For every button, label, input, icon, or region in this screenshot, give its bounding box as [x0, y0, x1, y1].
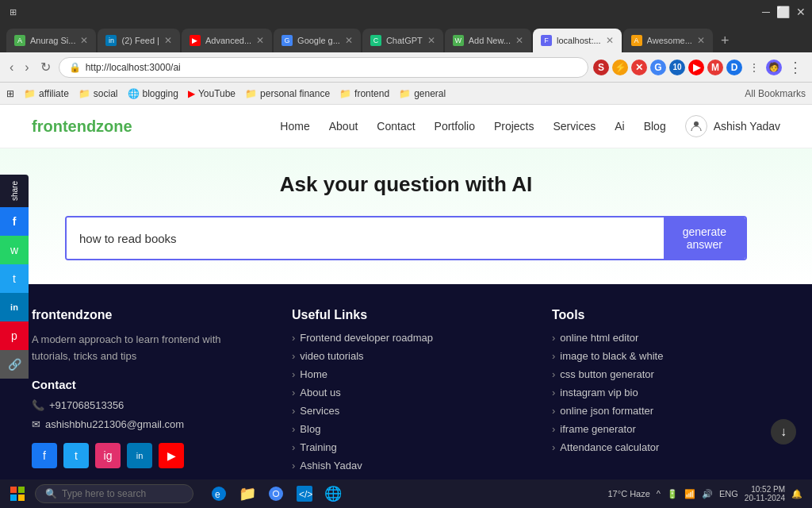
- extension-7[interactable]: D: [726, 60, 742, 75]
- ai-page-title: Ask your question with AI: [32, 172, 780, 197]
- footer-tool-json[interactable]: online json formatter: [552, 405, 780, 417]
- minimize-button[interactable]: ─: [762, 6, 770, 18]
- tab-7[interactable]: F localhost:... ✕: [533, 29, 622, 52]
- share-pinterest-btn[interactable]: p: [0, 321, 29, 350]
- bookmark-blogging[interactable]: 🌐 blogging: [128, 88, 178, 99]
- footer-link-services[interactable]: Services: [292, 405, 520, 417]
- tab-4[interactable]: G Google g... ✕: [274, 29, 361, 52]
- tab-8[interactable]: A Awesome... ✕: [623, 29, 713, 52]
- bookmark-social[interactable]: 📁 social: [79, 88, 118, 99]
- profile-icon[interactable]: S: [593, 60, 609, 75]
- tab-1[interactable]: A Anurag Si... ✕: [6, 29, 96, 52]
- footer-tool-html[interactable]: online html editor: [552, 332, 780, 344]
- taskbar-search-bar[interactable]: 🔍: [35, 484, 193, 503]
- maximize-button[interactable]: ⬜: [776, 6, 790, 18]
- tab-3[interactable]: ▶ Advanced... ✕: [182, 29, 272, 52]
- footer-link-video[interactable]: video tutorials: [292, 350, 520, 362]
- tab-6[interactable]: W Add New... ✕: [445, 29, 531, 52]
- footer-link-roadmap[interactable]: Frontend developer roadmap: [292, 332, 520, 344]
- share-link-btn[interactable]: 🔗: [0, 350, 29, 379]
- menu-button[interactable]: ⋮: [785, 56, 806, 79]
- tab-close-6[interactable]: ✕: [515, 35, 523, 46]
- new-tab-button[interactable]: +: [714, 33, 736, 49]
- nav-projects[interactable]: Projects: [494, 120, 534, 133]
- extension-4[interactable]: 10: [669, 60, 685, 75]
- extension-2[interactable]: ✕: [631, 60, 647, 75]
- footer-link-home[interactable]: Home: [292, 368, 520, 380]
- bookmark-apps[interactable]: ⊞: [6, 88, 14, 99]
- nav-about[interactable]: About: [329, 120, 358, 133]
- back-button[interactable]: ‹: [6, 57, 17, 78]
- scroll-down-btn[interactable]: ↓: [771, 419, 796, 444]
- extension-5[interactable]: ▶: [688, 60, 704, 75]
- share-twitter-btn[interactable]: t: [0, 264, 29, 293]
- nav-ai[interactable]: Ai: [615, 120, 624, 133]
- taskbar-browser-icon[interactable]: 🌐: [320, 481, 346, 506]
- share-whatsapp-btn[interactable]: w: [0, 236, 29, 264]
- forward-button[interactable]: ›: [21, 57, 32, 78]
- address-bar[interactable]: 🔒 http://localhost:3000/ai: [59, 57, 588, 78]
- globe-icon: 🌐: [128, 88, 140, 99]
- footer-tool-attendance[interactable]: Attendance calculator: [552, 441, 780, 453]
- list-item: instagram vip bio: [552, 387, 780, 398]
- close-button[interactable]: ✕: [796, 6, 806, 18]
- url-text: http://localhost:3000/ai: [86, 62, 181, 73]
- generate-answer-button[interactable]: generate answer: [664, 217, 745, 259]
- footer-instagram-icon[interactable]: ig: [95, 443, 121, 468]
- taskbar-search-input[interactable]: [62, 488, 181, 499]
- tab-close-5[interactable]: ✕: [427, 35, 435, 46]
- bookmark-affiliate[interactable]: 📁 affiliate: [24, 88, 69, 99]
- footer-youtube-icon[interactable]: ▶: [159, 443, 184, 468]
- footer-tool-css[interactable]: css button generator: [552, 368, 780, 380]
- extension-3[interactable]: G: [650, 60, 666, 75]
- tab-close-7[interactable]: ✕: [606, 35, 614, 46]
- extension-6[interactable]: M: [707, 60, 723, 75]
- footer-twitter-icon[interactable]: t: [63, 443, 89, 468]
- footer-linkedin-icon[interactable]: in: [127, 443, 152, 468]
- footer-tool-insta[interactable]: instagram vip bio: [552, 387, 780, 398]
- all-bookmarks-btn[interactable]: All Bookmarks: [745, 88, 806, 99]
- caret-icon[interactable]: ^: [657, 489, 661, 498]
- email-icon: ✉: [32, 417, 40, 433]
- nav-home[interactable]: Home: [280, 120, 309, 133]
- bookmark-youtube[interactable]: ▶ YouTube: [188, 88, 236, 99]
- extensions-button[interactable]: ⋮: [745, 58, 763, 77]
- tab-close-8[interactable]: ✕: [697, 35, 705, 46]
- footer-link-ashish[interactable]: Ashish Yadav: [292, 460, 520, 471]
- share-facebook-btn[interactable]: f: [0, 207, 29, 236]
- ai-search-input[interactable]: [67, 217, 664, 259]
- tab-2[interactable]: in (2) Feed | ✕: [98, 29, 180, 52]
- site-content: frontendzone Home About Contact Portfoli…: [0, 105, 812, 479]
- tab-close-1[interactable]: ✕: [80, 35, 88, 46]
- nav-portfolio[interactable]: Portfolio: [435, 120, 475, 133]
- bookmark-frontend[interactable]: 📁 frontend: [339, 88, 389, 99]
- extension-1[interactable]: ⚡: [612, 60, 628, 75]
- share-linkedin-btn[interactable]: in: [0, 293, 29, 321]
- footer-link-training[interactable]: Training: [292, 441, 520, 453]
- taskbar-chrome-icon[interactable]: [263, 481, 289, 506]
- nav-blog[interactable]: Blog: [644, 120, 666, 133]
- taskbar-edge-icon[interactable]: e: [206, 481, 232, 506]
- windows-start-button[interactable]: [6, 483, 29, 505]
- nav-contact[interactable]: Contact: [377, 120, 415, 133]
- footer-facebook-icon[interactable]: f: [32, 443, 57, 468]
- tab-close-3[interactable]: ✕: [256, 35, 264, 46]
- share-sidebar: share f w t in p 🔗: [0, 175, 29, 379]
- footer-link-blog[interactable]: Blog: [292, 423, 520, 435]
- footer-link-about[interactable]: About us: [292, 387, 520, 398]
- tab-close-4[interactable]: ✕: [345, 35, 353, 46]
- bookmark-general[interactable]: 📁 general: [399, 88, 446, 99]
- notifications-icon[interactable]: 🔔: [791, 489, 802, 499]
- refresh-button[interactable]: ↻: [37, 56, 54, 78]
- nav-services[interactable]: Services: [553, 120, 596, 133]
- tab-5[interactable]: C ChatGPT ✕: [362, 29, 443, 52]
- site-logo[interactable]: frontendzone: [32, 117, 132, 136]
- taskbar-vscode-icon[interactable]: </>: [292, 481, 317, 506]
- user-profile-btn[interactable]: 🧑: [766, 60, 782, 75]
- user-avatar-icon[interactable]: [685, 115, 707, 137]
- footer-tool-img[interactable]: image to black & white: [552, 350, 780, 362]
- taskbar-file-explorer-icon[interactable]: 📁: [235, 481, 260, 506]
- footer-tool-iframe[interactable]: iframe generator: [552, 423, 780, 435]
- tab-close-2[interactable]: ✕: [164, 35, 172, 46]
- bookmark-personal-finance[interactable]: 📁 personal finance: [245, 88, 330, 99]
